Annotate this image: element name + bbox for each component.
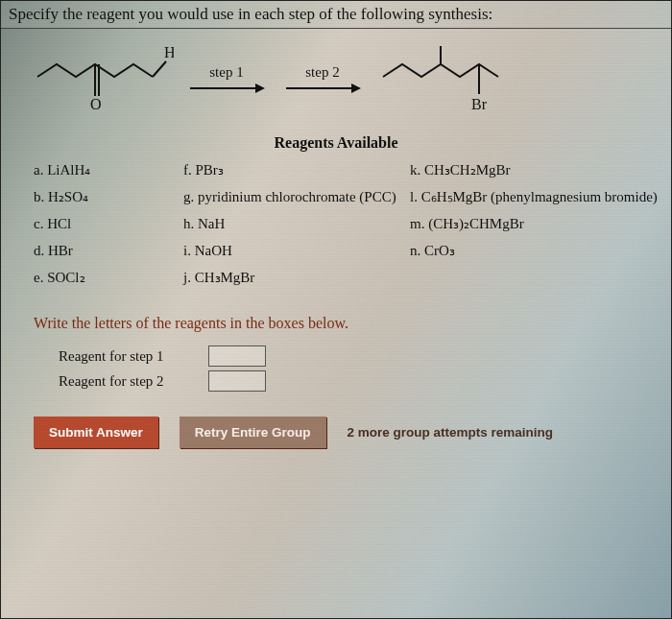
answer-label-step2: Reagent for step 2 <box>59 373 203 390</box>
retry-button[interactable]: Retry Entire Group <box>180 417 326 448</box>
reagent-f: f. PBr₃ <box>183 161 404 179</box>
reagent-a: a. LiAlH₄ <box>34 161 178 179</box>
reagent-h: h. NaH <box>183 215 404 232</box>
reagent-i: i. NaOH <box>183 242 404 259</box>
reagent-l: l. C₆H₅MgBr (phenylmagnesium bromide) <box>410 188 660 205</box>
reagent-c: c. HCl <box>34 215 178 232</box>
answer-label-step1: Reagent for step 1 <box>59 348 203 365</box>
answer-input-step1[interactable] <box>208 345 266 367</box>
reagents-grid: a. LiAlH₄ f. PBr₃ k. CH₃CH₂MgBr b. H₂SO₄… <box>1 161 671 286</box>
ketone-O-label: O <box>90 96 102 112</box>
arrow-icon <box>284 83 361 94</box>
answer-input-step2[interactable] <box>208 370 266 392</box>
reagents-available-heading: Reagents Available <box>1 134 671 152</box>
aldehyde-H-label: H <box>164 44 174 60</box>
reagent-m: m. (CH₃)₂CHMgBr <box>410 215 660 232</box>
starting-material: H O <box>30 40 174 117</box>
step1-label: step 1 <box>209 64 243 81</box>
reagent-j: j. CH₃MgBr <box>183 269 404 286</box>
reagent-e: e. SOCl₂ <box>34 269 178 286</box>
reagent-k: k. CH₃CH₂MgBr <box>410 161 660 179</box>
step2-label: step 2 <box>305 64 339 81</box>
reagent-d: d. HBr <box>34 242 178 259</box>
arrow-step1: step 1 <box>183 64 270 94</box>
question-prompt: Specify the reagent you would use in eac… <box>1 1 671 29</box>
attempts-remaining: 2 more group attempts remaining <box>348 425 554 440</box>
reagent-n: n. CrO₃ <box>410 242 660 259</box>
answer-area: Reagent for step 1 Reagent for step 2 <box>1 345 671 392</box>
reagent-g: g. pyridinium chlorochromate (PCC) <box>183 188 404 205</box>
write-instruction: Write the letters of the reagents in the… <box>1 286 671 342</box>
synthesis-row: H O step 1 step 2 <box>1 29 671 117</box>
svg-marker-4 <box>255 83 265 93</box>
svg-line-2 <box>153 61 166 77</box>
svg-marker-6 <box>351 83 361 93</box>
submit-button[interactable]: Submit Answer <box>34 417 158 448</box>
reagent-blank <box>410 269 660 286</box>
reagent-b: b. H₂SO₄ <box>34 188 178 205</box>
button-row: Submit Answer Retry Entire Group 2 more … <box>1 395 671 448</box>
product-Br-label: Br <box>471 96 488 112</box>
arrow-step2: step 2 <box>279 64 366 94</box>
product-molecule: Br <box>375 40 519 117</box>
arrow-icon <box>188 83 265 94</box>
